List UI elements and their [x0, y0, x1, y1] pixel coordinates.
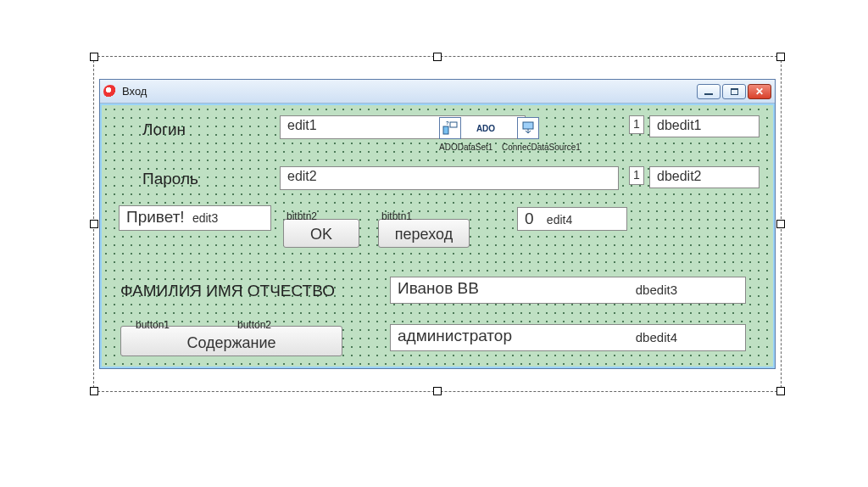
label-fio: ФАМИЛИЯ ИМЯ ОТЧЕСТВО [120, 282, 335, 300]
svg-text:?: ? [446, 120, 449, 126]
titlebar[interactable]: Вход ✕ [100, 80, 775, 104]
dbedit4[interactable]: администратор dbedit4 [390, 324, 746, 351]
edit2[interactable]: edit2 [280, 166, 619, 190]
designer-selection[interactable]: Вход ✕ Логин edit1 ? ADO [93, 56, 782, 392]
adodataset-label: ADODataSet1 [439, 143, 492, 152]
maximize-button[interactable] [722, 84, 746, 99]
greeting-edit[interactable]: Привет! edit3 [119, 205, 271, 231]
button1-name: button1 [136, 319, 170, 331]
adodataset-icon[interactable]: ? [439, 117, 461, 139]
svg-rect-0 [443, 126, 448, 134]
dbedit1-index[interactable]: 1 [629, 115, 644, 134]
form-body[interactable]: Логин edit1 ? ADO ADODataSet1 [100, 104, 775, 368]
datasource-icon[interactable] [517, 117, 539, 139]
label-password: Пароль [142, 170, 198, 188]
resize-handle-ml[interactable] [90, 220, 98, 228]
dbedit2[interactable]: dbedit2 [649, 166, 760, 188]
window-title: Вход [122, 85, 147, 98]
form-window: Вход ✕ Логин edit1 ? ADO [99, 79, 776, 369]
close-icon: ✕ [755, 86, 764, 98]
edit3-name: edit3 [192, 211, 218, 225]
button2-name: button2 [237, 319, 271, 331]
resize-handle-mr[interactable] [776, 220, 785, 228]
label-greeting: Привет! [126, 208, 185, 226]
datasource-label: ConnecDataSource1 [502, 143, 581, 152]
edit4[interactable]: 0 edit4 [517, 207, 627, 231]
resize-handle-tr[interactable] [776, 53, 785, 61]
svg-rect-1 [450, 122, 457, 127]
dbedit1[interactable]: dbedit1 [649, 115, 760, 137]
minimize-button[interactable] [697, 84, 721, 99]
close-button[interactable]: ✕ [748, 84, 771, 99]
dbedit2-index[interactable]: 1 [629, 166, 644, 185]
svg-rect-3 [523, 122, 533, 129]
resize-handle-tl[interactable] [90, 53, 98, 61]
bitbtn1-name: bitbtn1 [381, 210, 412, 222]
edit1-value: edit1 [287, 118, 317, 132]
bitbtn1[interactable]: переход [378, 219, 470, 248]
resize-handle-bl[interactable] [90, 387, 98, 395]
bitbtn2[interactable]: OK [283, 219, 359, 248]
dbedit3[interactable]: Иванов ВВ dbedit3 [390, 277, 746, 304]
resize-handle-br[interactable] [776, 387, 785, 395]
resize-handle-bm[interactable] [433, 387, 442, 395]
app-icon [103, 85, 117, 98]
adoconnection-icon[interactable]: ADO [475, 117, 497, 139]
bitbtn2-name: bitbtn2 [287, 210, 317, 222]
resize-handle-tm[interactable] [433, 53, 442, 61]
label-login: Логин [142, 120, 186, 139]
